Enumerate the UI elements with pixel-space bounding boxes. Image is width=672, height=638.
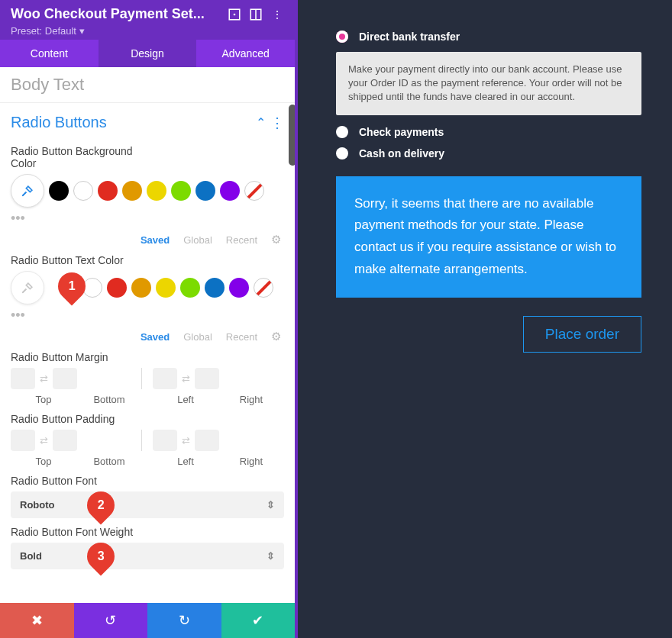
eyedropper-button[interactable] [11, 174, 44, 208]
text-color-label: Radio Button Text Color [11, 254, 284, 266]
swatch-yellow[interactable] [147, 181, 166, 201]
sidebar-header: Woo Checkout Payment Set... ⋮ Preset: De… [0, 0, 295, 40]
swatch-yellow-2[interactable] [156, 278, 176, 298]
link-icon-4[interactable]: ⇄ [182, 435, 190, 446]
pay-opt-2[interactable]: Check payments [359, 126, 444, 138]
palette-global[interactable]: Global [183, 234, 212, 246]
swatch-purple[interactable] [220, 181, 240, 201]
weight-select[interactable]: Bold⇕ [11, 543, 284, 569]
swatch-blue-2[interactable] [205, 278, 225, 298]
svg-point-1 [234, 13, 236, 15]
no-methods-message: Sorry, it seems that there are no availa… [336, 176, 641, 298]
module-title: Woo Checkout Payment Set... [11, 6, 220, 22]
swatch-orange-2[interactable] [131, 278, 151, 298]
swatch-transparent[interactable] [244, 181, 264, 201]
preset-dropdown[interactable]: Preset: Default ▾ [11, 25, 284, 37]
collapsed-section[interactable]: Body Text [0, 67, 295, 103]
margin-top-input[interactable] [11, 368, 35, 389]
chevron-up-icon[interactable]: ⌃ [256, 115, 266, 130]
swatch-green-2[interactable] [180, 278, 200, 298]
margin-label: Radio Button Margin [11, 351, 284, 363]
section-title[interactable]: Radio Buttons [11, 114, 256, 131]
pay-opt-1[interactable]: Direct bank transfer [359, 31, 460, 43]
padding-label: Radio Button Padding [11, 413, 284, 425]
margin-bottom-input[interactable] [53, 368, 77, 389]
palette-global-2[interactable]: Global [183, 331, 212, 343]
pay-opt-3[interactable]: Cash on delivery [359, 147, 444, 160]
action-bar: ✖ ↺ ↻ ✔ [0, 603, 295, 638]
tab-content[interactable]: Content [0, 40, 99, 67]
padding-left-input[interactable] [153, 430, 177, 451]
padding-bottom-input[interactable] [53, 430, 77, 451]
place-order-button[interactable]: Place order [523, 316, 641, 353]
callout-1: 1 [53, 267, 92, 306]
swatch-red[interactable] [98, 181, 118, 201]
bg-color-label: Radio Button Background Color [11, 145, 148, 169]
link-icon[interactable]: ⇄ [40, 373, 48, 385]
link-icon-3[interactable]: ⇄ [40, 435, 48, 446]
palette-recent[interactable]: Recent [226, 234, 257, 246]
more-dots-icon[interactable]: ••• [11, 211, 284, 227]
expand-icon[interactable] [228, 8, 241, 21]
radio-selected[interactable] [336, 31, 348, 43]
scrollbar-thumb[interactable] [289, 105, 295, 166]
wireframe-icon[interactable] [249, 8, 263, 21]
radio-unselected-2[interactable] [336, 147, 348, 160]
font-label: Radio Button Font [11, 475, 284, 487]
swatch-green[interactable] [171, 181, 191, 201]
swatch-white[interactable] [73, 181, 93, 201]
palette-recent-2[interactable]: Recent [226, 331, 257, 343]
swatch-purple-2[interactable] [229, 278, 249, 298]
swatch-black[interactable] [49, 181, 69, 201]
radio-unselected[interactable] [336, 126, 348, 138]
redo-button[interactable]: ↻ [147, 603, 221, 638]
margin-left-input[interactable] [153, 368, 177, 389]
margin-right-input[interactable] [195, 368, 219, 389]
link-icon-2[interactable]: ⇄ [182, 373, 190, 385]
save-button[interactable]: ✔ [221, 603, 296, 638]
swatch-transparent-2[interactable] [254, 278, 273, 298]
gear-icon[interactable]: ⚙ [271, 233, 281, 246]
padding-right-input[interactable] [195, 430, 219, 451]
payment-info-box: Make your payment directly into our bank… [336, 52, 641, 115]
tab-design[interactable]: Design [99, 40, 197, 67]
more-dots-icon-2[interactable]: ••• [11, 308, 284, 324]
discard-button[interactable]: ✖ [0, 603, 74, 638]
swatch-blue[interactable] [195, 181, 215, 201]
settings-sidebar: Woo Checkout Payment Set... ⋮ Preset: De… [0, 0, 298, 638]
padding-top-input[interactable] [11, 430, 35, 451]
kebab-icon[interactable]: ⋮ [270, 8, 284, 21]
tab-bar: Content Design Advanced [0, 40, 295, 67]
weight-label: Radio Button Font Weight [11, 526, 284, 538]
eyedropper-button-2[interactable] [11, 271, 44, 304]
palette-saved-2[interactable]: Saved [141, 331, 170, 343]
swatch-orange[interactable] [122, 181, 142, 201]
preview-pane: Direct bank transfer Make your payment d… [298, 0, 672, 638]
palette-saved[interactable]: Saved [141, 234, 170, 246]
section-kebab-icon[interactable]: ⋮ [270, 114, 284, 131]
undo-button[interactable]: ↺ [74, 603, 148, 638]
swatch-red-2[interactable] [107, 278, 127, 298]
tab-advanced[interactable]: Advanced [196, 40, 295, 67]
font-select[interactable]: Roboto⇕ [11, 491, 284, 518]
gear-icon-2[interactable]: ⚙ [271, 330, 281, 343]
